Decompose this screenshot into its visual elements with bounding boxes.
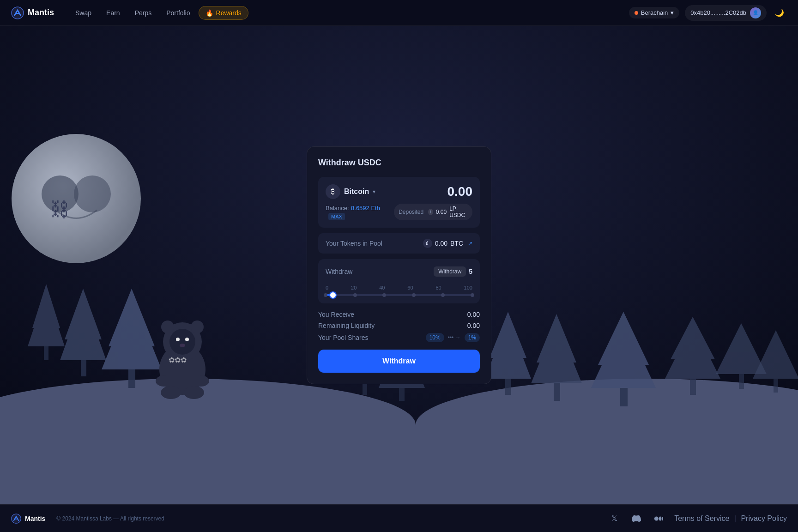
footer-logo: Mantis (11, 514, 45, 524)
balance-value: 8.6592 Eth (351, 205, 380, 212)
wallet-button[interactable]: 0x4b20.........2C02db 👤 (685, 5, 767, 21)
tick-20: 20 (351, 285, 357, 290)
wallet-address: 0x4b20.........2C02db (690, 9, 746, 16)
nav-right: Berachain ▾ 0x4b20.........2C02db 👤 🌙 (629, 5, 787, 21)
withdraw-type-button[interactable]: Withdraw (434, 266, 466, 277)
tick-60: 60 (407, 285, 413, 290)
main-content: Withdraw USDC ₿ Bitcoin ▾ 0.00 Balance: … (0, 26, 798, 504)
info-icon: i (428, 209, 433, 215)
token-input-box: ₿ Bitcoin ▾ 0.00 Balance: 8.6592 Eth MAX… (318, 177, 480, 228)
token-chevron-icon: ▾ (373, 188, 375, 195)
deposited-currency: LP-USDC (449, 206, 468, 218)
pool-share-from: 10% (426, 333, 444, 342)
pool-tokens-row: Your Tokens in Pool ₿ 0.00 BTC ↗ (318, 233, 480, 254)
footer: Mantis © 2024 Mantissa Labs — All rights… (0, 504, 798, 532)
slider-thumb[interactable] (329, 291, 337, 299)
pool-shares-row: Your Pool Shares 10% ••• → 1% (318, 333, 480, 342)
chain-dot (635, 11, 638, 15)
footer-brand: Mantis (25, 515, 45, 522)
slider-track[interactable] (326, 294, 472, 296)
pool-shares-label: Your Pool Shares (318, 334, 368, 341)
you-receive-row: You Receive 0.00 (318, 311, 480, 318)
logo-text: Mantis (28, 8, 54, 18)
chain-selector[interactable]: Berachain ▾ (629, 7, 680, 18)
terms-link[interactable]: Terms of Service (674, 514, 729, 522)
pool-share-to: 1% (465, 333, 480, 342)
logo-area[interactable]: Mantis (11, 6, 54, 19)
pool-tokens-label: Your Tokens in Pool (326, 240, 382, 247)
withdraw-input-group: Withdraw 5 (434, 266, 472, 277)
token-name: Bitcoin (344, 187, 369, 196)
withdraw-value: 5 (469, 268, 472, 275)
max-button[interactable]: MAX (328, 213, 345, 220)
medium-social-icon[interactable] (652, 512, 665, 525)
token-balance-row: Balance: 8.6592 Eth MAX Deposited i 0.00… (326, 204, 472, 220)
svg-point-69 (662, 516, 664, 520)
privacy-link[interactable]: Privacy Policy (741, 514, 787, 522)
footer-copyright: © 2024 Mantissa Labs — All rights reserv… (56, 515, 164, 522)
external-link-icon[interactable]: ↗ (468, 240, 472, 247)
info-section: You Receive 0.00 Remaining Liquidity 0.0… (318, 311, 480, 342)
withdraw-section-label: Withdraw (326, 268, 352, 275)
withdraw-button[interactable]: Withdraw (318, 350, 480, 373)
avatar: 👤 (750, 7, 761, 18)
svg-point-67 (654, 516, 659, 520)
withdraw-header: Withdraw Withdraw 5 (326, 266, 472, 277)
balance-label: Balance: (326, 205, 349, 212)
chain-name: Berachain (641, 9, 668, 16)
pool-token-currency: BTC (450, 240, 463, 247)
you-receive-label: You Receive (318, 311, 354, 318)
rewards-label: Rewards (216, 9, 242, 17)
remaining-liquidity-label: Remaining Liquidity (318, 322, 375, 329)
nav-perps[interactable]: Perps (128, 6, 158, 19)
chain-chevron-icon: ▾ (671, 9, 674, 16)
pool-share-arrow-icon: ••• → (448, 334, 461, 341)
token-row: ₿ Bitcoin ▾ 0.00 (326, 184, 472, 199)
token-selector[interactable]: ₿ Bitcoin ▾ (326, 184, 375, 199)
tick-80: 80 (435, 285, 441, 290)
pool-token-icon: ₿ (423, 239, 432, 248)
balance-info: Balance: 8.6592 Eth MAX (326, 204, 394, 220)
slider-container: 0 20 40 60 80 100 (326, 283, 472, 296)
card-title: Withdraw USDC (318, 158, 480, 168)
navbar: Mantis Swap Earn Perps Portfolio 🔥 Rewar… (0, 0, 798, 26)
nav-links: Swap Earn Perps Portfolio 🔥 Rewards (69, 6, 629, 20)
slider-ticks: 0 20 40 60 80 100 (326, 285, 472, 290)
rewards-icon: 🔥 (206, 9, 213, 17)
x-social-icon[interactable]: 𝕏 (608, 512, 621, 525)
pool-value: ₿ 0.00 BTC ↗ (423, 239, 472, 248)
discord-social-icon[interactable] (630, 512, 643, 525)
deposited-label: Deposited (399, 209, 423, 215)
deposited-amount: 0.00 (436, 209, 447, 215)
theme-toggle[interactable]: 🌙 (772, 6, 787, 20)
you-receive-value: 0.00 (467, 311, 480, 318)
footer-logo-icon (11, 514, 21, 524)
token-amount[interactable]: 0.00 (447, 184, 473, 199)
remaining-liquidity-value: 0.00 (467, 322, 480, 329)
deposited-badge: Deposited i 0.00 LP-USDC (394, 204, 472, 220)
footer-left: Mantis © 2024 Mantissa Labs — All rights… (11, 514, 164, 524)
withdraw-card: Withdraw USDC ₿ Bitcoin ▾ 0.00 Balance: … (307, 146, 491, 384)
pool-token-amount: 0.00 (435, 240, 447, 247)
nav-earn[interactable]: Earn (100, 6, 127, 19)
nav-portfolio[interactable]: Portfolio (160, 6, 196, 19)
footer-right: 𝕏 Terms of Service | Privacy Policy (608, 512, 787, 525)
footer-links: Terms of Service | Privacy Policy (674, 514, 787, 523)
token-icon: ₿ (326, 184, 340, 199)
pool-shares-values: 10% ••• → 1% (426, 333, 480, 342)
tick-40: 40 (379, 285, 385, 290)
nav-swap[interactable]: Swap (69, 6, 98, 19)
logo-icon (11, 6, 24, 19)
svg-point-68 (659, 516, 662, 520)
withdraw-section: Withdraw Withdraw 5 0 20 40 60 80 100 (318, 259, 480, 303)
remaining-liquidity-row: Remaining Liquidity 0.00 (318, 322, 480, 329)
tick-0: 0 (326, 285, 328, 290)
rewards-button[interactable]: 🔥 Rewards (199, 6, 248, 20)
tick-100: 100 (464, 285, 472, 290)
